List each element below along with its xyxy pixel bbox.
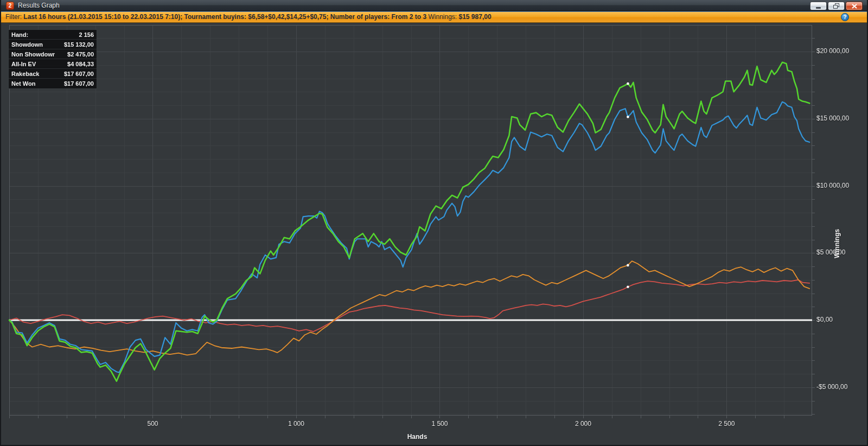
- x-axis-tick-label: 2 500: [718, 420, 735, 428]
- stat-label: Rakeback: [11, 69, 55, 78]
- stat-label: All-In EV: [11, 59, 55, 68]
- x-axis-tick-label: 500: [147, 420, 158, 428]
- stat-row: Rakeback$17 607,00: [9, 69, 97, 79]
- hover-stats-panel: Hand:2 156Showdown$15 132,00Non Showdown…: [9, 30, 97, 88]
- filter-segment-3: $15 987,00: [459, 13, 492, 21]
- stat-value: $17 607,00: [55, 69, 94, 78]
- stat-row: All-In EV$4 084,33: [9, 59, 97, 69]
- stat-row: Non Showdown$2 475,00: [9, 49, 97, 59]
- stat-value: $4 084,33: [55, 59, 94, 68]
- chart-area: Hand:2 156Showdown$15 132,00Non Showdown…: [1, 23, 868, 446]
- results-graph-window: 2 Results Graph Filter: Last 16 hours (2…: [0, 0, 868, 446]
- filter-segment-1: Last 16 hours (21.03.2015 15:10 to 22.03…: [23, 13, 428, 21]
- restore-button[interactable]: [828, 2, 845, 10]
- y-axis-tick-label: $15 000,00: [816, 114, 849, 122]
- close-button[interactable]: [846, 2, 863, 10]
- y-axis-title: Winnings: [833, 229, 841, 258]
- minimize-button[interactable]: [810, 2, 827, 10]
- x-axis-tick-label: 1 500: [431, 420, 448, 428]
- stat-label: Showdown: [11, 40, 55, 49]
- x-axis-tick-label: 2 000: [575, 420, 591, 428]
- y-axis-tick-label: -$5 000,00: [816, 383, 847, 391]
- app-icon: 2: [6, 2, 14, 10]
- stat-label: Net Won: [11, 79, 55, 88]
- x-axis-title: Hands: [407, 433, 427, 441]
- y-axis-tick-label: $0,00: [816, 316, 833, 323]
- filter-bar: Filter: Last 16 hours (21.03.2015 15:10 …: [1, 11, 867, 23]
- y-axis-tick-label: $10 000,00: [816, 182, 849, 189]
- title-bar[interactable]: 2 Results Graph: [1, 0, 867, 11]
- stat-row: Showdown$15 132,00: [9, 40, 97, 49]
- stat-label: Hand:: [11, 30, 55, 39]
- help-button[interactable]: ?: [841, 13, 849, 21]
- close-icon: [852, 4, 857, 9]
- window-title: Results Graph: [18, 2, 60, 10]
- stat-label: Non Showdown: [11, 49, 55, 59]
- results-chart-plot[interactable]: [1, 23, 868, 446]
- restore-icon: [833, 3, 839, 9]
- stat-value: $17 607,00: [55, 79, 94, 88]
- x-axis-tick-label: 1 000: [288, 420, 304, 428]
- y-axis-tick-label: $5 000,00: [816, 249, 845, 256]
- minimize-icon: [816, 7, 821, 9]
- stat-value: $15 132,00: [55, 40, 94, 49]
- stat-row: Hand:2 156: [9, 30, 97, 40]
- stat-value: 2 156: [55, 30, 94, 39]
- filter-segment-2: Winnings:: [428, 13, 458, 21]
- y-axis-tick-label: $20 000,00: [816, 47, 849, 55]
- filter-text: Filter: Last 16 hours (21.03.2015 15:10 …: [5, 13, 492, 21]
- stat-value: $2 475,00: [55, 49, 94, 59]
- stat-row: Net Won$17 607,00: [9, 79, 97, 88]
- filter-segment-0: Filter:: [5, 13, 23, 21]
- window-controls: [810, 2, 863, 10]
- help-icon: ?: [843, 14, 846, 20]
